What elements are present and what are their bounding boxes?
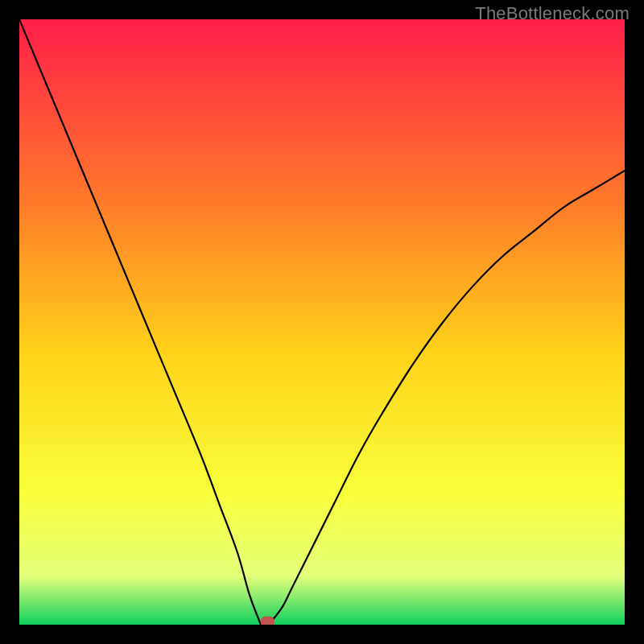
chart-frame: TheBottleneck.com: [0, 0, 644, 644]
plot-background: [19, 19, 625, 625]
watermark-text: TheBottleneck.com: [475, 3, 630, 24]
optimum-marker: [261, 617, 274, 625]
bottleneck-chart: [19, 19, 625, 625]
